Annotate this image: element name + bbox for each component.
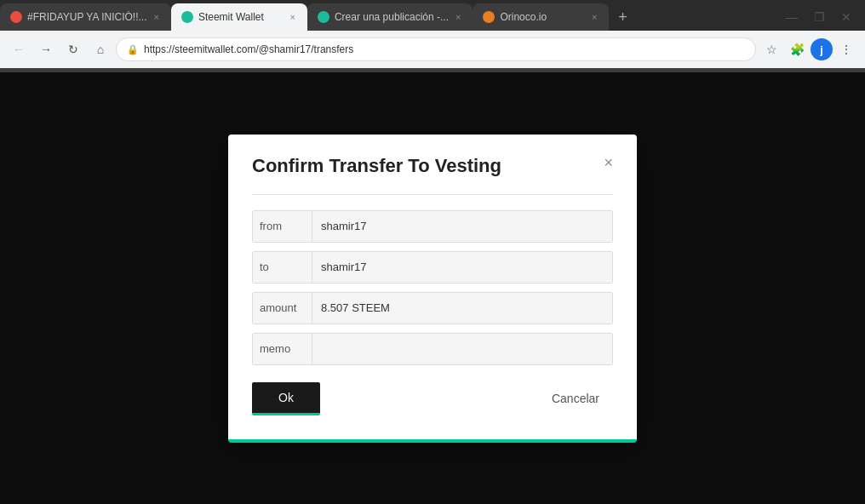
bookmark-button[interactable]: ☆ — [759, 37, 783, 61]
tab-close-1[interactable]: × — [152, 10, 160, 24]
memo-value[interactable] — [312, 334, 612, 364]
lock-icon: 🔒 — [127, 44, 139, 55]
from-label: from — [253, 211, 312, 242]
modal-divider — [252, 194, 613, 195]
browser-chrome: #FRIDAYUP YA INICIÓ!!... × Steemit Walle… — [0, 0, 865, 72]
extensions-button[interactable]: 🧩 — [785, 37, 809, 61]
close-window-button[interactable]: ✕ — [834, 5, 858, 29]
tab-orinoco[interactable]: Orinoco.io × — [473, 3, 609, 31]
modal-actions: Ok Cancelar — [252, 382, 613, 415]
tab-title-4: Orinoco.io — [500, 11, 585, 23]
tab-bar: #FRIDAYUP YA INICIÓ!!... × Steemit Walle… — [0, 0, 865, 31]
to-label: to — [253, 252, 312, 283]
from-field-wrapper: from shamir17 — [252, 210, 613, 243]
modal-header: Confirm Transfer To Vesting × — [252, 155, 613, 177]
tab-close-4[interactable]: × — [590, 10, 599, 24]
tab-favicon-3 — [318, 11, 329, 23]
tab-crear-publicacion[interactable]: Crear una publicación -... × — [307, 3, 473, 31]
confirm-transfer-modal: Confirm Transfer To Vesting × from shami… — [228, 135, 637, 443]
tab-favicon-2 — [181, 11, 193, 23]
memo-field-wrapper: memo — [252, 333, 613, 365]
ok-button[interactable]: Ok — [252, 382, 320, 415]
amount-value: 8.507 STEEM — [312, 293, 612, 324]
reload-button[interactable]: ↻ — [61, 37, 85, 61]
amount-label: amount — [253, 293, 312, 324]
profile-icon[interactable]: j — [811, 38, 833, 60]
to-field-wrapper: to shamir17 — [252, 251, 613, 284]
page-content: Confirm Transfer To Vesting × from shami… — [0, 72, 865, 504]
forward-button[interactable]: → — [34, 37, 58, 61]
tab-favicon-4 — [483, 11, 495, 23]
amount-field-wrapper: amount 8.507 STEEM — [252, 292, 613, 324]
tab-title-3: Crear una publicación -... — [335, 11, 449, 23]
tab-close-3[interactable]: × — [454, 10, 462, 24]
toolbar-icons: ☆ 🧩 j ⋮ — [759, 37, 858, 61]
modal-title: Confirm Transfer To Vesting — [252, 155, 501, 177]
to-value: shamir17 — [312, 252, 612, 283]
minimize-button[interactable]: — — [780, 5, 804, 29]
back-button[interactable]: ← — [7, 37, 31, 61]
url-text: https://steemitwallet.com/@shamir17/tran… — [144, 43, 745, 55]
tab-steemit-wallet[interactable]: Steemit Wallet × — [171, 3, 307, 31]
menu-button[interactable]: ⋮ — [834, 37, 858, 61]
tab-fridayup[interactable]: #FRIDAYUP YA INICIÓ!!... × — [0, 3, 171, 31]
address-bar[interactable]: 🔒 https://steemitwallet.com/@shamir17/tr… — [116, 37, 756, 61]
home-button[interactable]: ⌂ — [89, 37, 112, 61]
memo-label: memo — [253, 334, 312, 364]
browser-controls: ← → ↻ ⌂ 🔒 https://steemitwallet.com/@sha… — [0, 31, 865, 68]
tab-favicon-1 — [10, 11, 22, 23]
modal-close-button[interactable]: × — [604, 155, 613, 170]
cancel-button[interactable]: Cancelar — [538, 383, 613, 414]
new-tab-button[interactable]: + — [610, 5, 634, 29]
tab-close-2[interactable]: × — [288, 10, 296, 24]
from-value: shamir17 — [312, 211, 612, 242]
tab-title-2: Steemit Wallet — [198, 11, 284, 23]
tab-title-1: #FRIDAYUP YA INICIÓ!!... — [27, 11, 146, 23]
restore-button[interactable]: ❐ — [807, 5, 831, 29]
